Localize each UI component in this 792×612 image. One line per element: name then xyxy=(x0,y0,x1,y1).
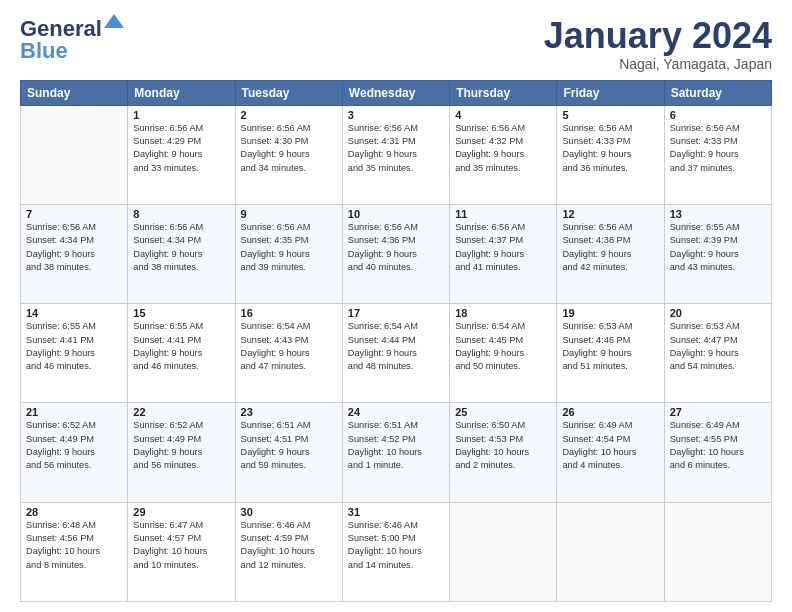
day-info: Sunrise: 6:54 AM Sunset: 4:45 PM Dayligh… xyxy=(455,320,551,373)
day-number: 19 xyxy=(562,307,658,319)
day-info: Sunrise: 6:46 AM Sunset: 4:59 PM Dayligh… xyxy=(241,519,337,572)
day-info: Sunrise: 6:53 AM Sunset: 4:47 PM Dayligh… xyxy=(670,320,766,373)
table-row: 7Sunrise: 6:56 AM Sunset: 4:34 PM Daylig… xyxy=(21,204,128,303)
table-row: 26Sunrise: 6:49 AM Sunset: 4:54 PM Dayli… xyxy=(557,403,664,502)
day-info: Sunrise: 6:54 AM Sunset: 4:43 PM Dayligh… xyxy=(241,320,337,373)
table-row xyxy=(557,502,664,601)
calendar-table: Sunday Monday Tuesday Wednesday Thursday… xyxy=(20,80,772,602)
day-info: Sunrise: 6:46 AM Sunset: 5:00 PM Dayligh… xyxy=(348,519,444,572)
day-info: Sunrise: 6:51 AM Sunset: 4:51 PM Dayligh… xyxy=(241,419,337,472)
day-number: 15 xyxy=(133,307,229,319)
th-tuesday: Tuesday xyxy=(235,80,342,105)
calendar-week-row: 1Sunrise: 6:56 AM Sunset: 4:29 PM Daylig… xyxy=(21,105,772,204)
th-wednesday: Wednesday xyxy=(342,80,449,105)
day-number: 9 xyxy=(241,208,337,220)
day-info: Sunrise: 6:50 AM Sunset: 4:53 PM Dayligh… xyxy=(455,419,551,472)
month-title: January 2024 xyxy=(544,16,772,56)
day-info: Sunrise: 6:56 AM Sunset: 4:36 PM Dayligh… xyxy=(348,221,444,274)
table-row: 30Sunrise: 6:46 AM Sunset: 4:59 PM Dayli… xyxy=(235,502,342,601)
day-number: 14 xyxy=(26,307,122,319)
location-text: Nagai, Yamagata, Japan xyxy=(544,56,772,72)
day-info: Sunrise: 6:56 AM Sunset: 4:34 PM Dayligh… xyxy=(133,221,229,274)
table-row: 5Sunrise: 6:56 AM Sunset: 4:33 PM Daylig… xyxy=(557,105,664,204)
day-number: 16 xyxy=(241,307,337,319)
day-info: Sunrise: 6:56 AM Sunset: 4:35 PM Dayligh… xyxy=(241,221,337,274)
table-row xyxy=(21,105,128,204)
day-info: Sunrise: 6:56 AM Sunset: 4:38 PM Dayligh… xyxy=(562,221,658,274)
day-info: Sunrise: 6:56 AM Sunset: 4:30 PM Dayligh… xyxy=(241,122,337,175)
th-thursday: Thursday xyxy=(450,80,557,105)
day-info: Sunrise: 6:56 AM Sunset: 4:37 PM Dayligh… xyxy=(455,221,551,274)
day-info: Sunrise: 6:56 AM Sunset: 4:31 PM Dayligh… xyxy=(348,122,444,175)
day-info: Sunrise: 6:53 AM Sunset: 4:46 PM Dayligh… xyxy=(562,320,658,373)
day-info: Sunrise: 6:52 AM Sunset: 4:49 PM Dayligh… xyxy=(26,419,122,472)
day-info: Sunrise: 6:47 AM Sunset: 4:57 PM Dayligh… xyxy=(133,519,229,572)
day-info: Sunrise: 6:51 AM Sunset: 4:52 PM Dayligh… xyxy=(348,419,444,472)
header: General Blue January 2024 Nagai, Yamagat… xyxy=(20,16,772,72)
table-row: 4Sunrise: 6:56 AM Sunset: 4:32 PM Daylig… xyxy=(450,105,557,204)
th-saturday: Saturday xyxy=(664,80,771,105)
day-info: Sunrise: 6:56 AM Sunset: 4:32 PM Dayligh… xyxy=(455,122,551,175)
day-number: 27 xyxy=(670,406,766,418)
day-info: Sunrise: 6:56 AM Sunset: 4:34 PM Dayligh… xyxy=(26,221,122,274)
day-number: 2 xyxy=(241,109,337,121)
day-number: 21 xyxy=(26,406,122,418)
day-number: 28 xyxy=(26,506,122,518)
day-info: Sunrise: 6:56 AM Sunset: 4:33 PM Dayligh… xyxy=(670,122,766,175)
svg-marker-0 xyxy=(104,14,124,28)
table-row: 9Sunrise: 6:56 AM Sunset: 4:35 PM Daylig… xyxy=(235,204,342,303)
day-number: 26 xyxy=(562,406,658,418)
calendar-week-row: 28Sunrise: 6:48 AM Sunset: 4:56 PM Dayli… xyxy=(21,502,772,601)
day-number: 8 xyxy=(133,208,229,220)
table-row: 27Sunrise: 6:49 AM Sunset: 4:55 PM Dayli… xyxy=(664,403,771,502)
day-number: 25 xyxy=(455,406,551,418)
day-number: 30 xyxy=(241,506,337,518)
table-row: 10Sunrise: 6:56 AM Sunset: 4:36 PM Dayli… xyxy=(342,204,449,303)
day-number: 5 xyxy=(562,109,658,121)
day-info: Sunrise: 6:55 AM Sunset: 4:41 PM Dayligh… xyxy=(133,320,229,373)
day-info: Sunrise: 6:52 AM Sunset: 4:49 PM Dayligh… xyxy=(133,419,229,472)
calendar-week-row: 14Sunrise: 6:55 AM Sunset: 4:41 PM Dayli… xyxy=(21,304,772,403)
table-row: 17Sunrise: 6:54 AM Sunset: 4:44 PM Dayli… xyxy=(342,304,449,403)
day-info: Sunrise: 6:56 AM Sunset: 4:33 PM Dayligh… xyxy=(562,122,658,175)
day-number: 22 xyxy=(133,406,229,418)
table-row: 20Sunrise: 6:53 AM Sunset: 4:47 PM Dayli… xyxy=(664,304,771,403)
day-number: 12 xyxy=(562,208,658,220)
table-row: 13Sunrise: 6:55 AM Sunset: 4:39 PM Dayli… xyxy=(664,204,771,303)
calendar-week-row: 7Sunrise: 6:56 AM Sunset: 4:34 PM Daylig… xyxy=(21,204,772,303)
th-sunday: Sunday xyxy=(21,80,128,105)
table-row: 6Sunrise: 6:56 AM Sunset: 4:33 PM Daylig… xyxy=(664,105,771,204)
day-number: 18 xyxy=(455,307,551,319)
calendar-week-row: 21Sunrise: 6:52 AM Sunset: 4:49 PM Dayli… xyxy=(21,403,772,502)
day-number: 1 xyxy=(133,109,229,121)
table-row: 31Sunrise: 6:46 AM Sunset: 5:00 PM Dayli… xyxy=(342,502,449,601)
day-number: 31 xyxy=(348,506,444,518)
th-friday: Friday xyxy=(557,80,664,105)
logo: General Blue xyxy=(20,16,124,64)
table-row: 16Sunrise: 6:54 AM Sunset: 4:43 PM Dayli… xyxy=(235,304,342,403)
table-row: 15Sunrise: 6:55 AM Sunset: 4:41 PM Dayli… xyxy=(128,304,235,403)
day-number: 13 xyxy=(670,208,766,220)
table-row: 14Sunrise: 6:55 AM Sunset: 4:41 PM Dayli… xyxy=(21,304,128,403)
table-row: 19Sunrise: 6:53 AM Sunset: 4:46 PM Dayli… xyxy=(557,304,664,403)
day-info: Sunrise: 6:49 AM Sunset: 4:54 PM Dayligh… xyxy=(562,419,658,472)
day-number: 7 xyxy=(26,208,122,220)
table-row: 11Sunrise: 6:56 AM Sunset: 4:37 PM Dayli… xyxy=(450,204,557,303)
day-info: Sunrise: 6:55 AM Sunset: 4:41 PM Dayligh… xyxy=(26,320,122,373)
table-row: 24Sunrise: 6:51 AM Sunset: 4:52 PM Dayli… xyxy=(342,403,449,502)
table-row xyxy=(450,502,557,601)
day-info: Sunrise: 6:56 AM Sunset: 4:29 PM Dayligh… xyxy=(133,122,229,175)
table-row xyxy=(664,502,771,601)
table-row: 12Sunrise: 6:56 AM Sunset: 4:38 PM Dayli… xyxy=(557,204,664,303)
table-row: 3Sunrise: 6:56 AM Sunset: 4:31 PM Daylig… xyxy=(342,105,449,204)
table-row: 1Sunrise: 6:56 AM Sunset: 4:29 PM Daylig… xyxy=(128,105,235,204)
table-row: 2Sunrise: 6:56 AM Sunset: 4:30 PM Daylig… xyxy=(235,105,342,204)
day-number: 24 xyxy=(348,406,444,418)
table-row: 28Sunrise: 6:48 AM Sunset: 4:56 PM Dayli… xyxy=(21,502,128,601)
table-row: 25Sunrise: 6:50 AM Sunset: 4:53 PM Dayli… xyxy=(450,403,557,502)
day-number: 10 xyxy=(348,208,444,220)
table-row: 8Sunrise: 6:56 AM Sunset: 4:34 PM Daylig… xyxy=(128,204,235,303)
day-number: 6 xyxy=(670,109,766,121)
day-number: 4 xyxy=(455,109,551,121)
day-number: 3 xyxy=(348,109,444,121)
